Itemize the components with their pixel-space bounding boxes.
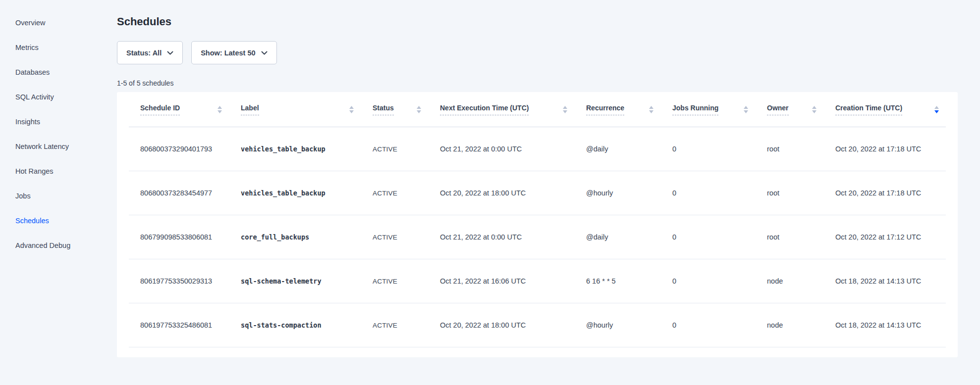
filter-bar: Status: All Show: Latest 50 (117, 41, 958, 64)
column-header-owner[interactable]: Owner (767, 92, 835, 127)
sidebar-item-overview[interactable]: Overview (15, 10, 117, 35)
column-header-status[interactable]: Status (373, 92, 440, 127)
sidebar-item-jobs[interactable]: Jobs (15, 184, 117, 208)
schedules-table-body: 806800373290401793vehicles_table_backupA… (129, 127, 946, 347)
status-filter-label: Status: All (126, 49, 162, 57)
cell-schedule-id[interactable]: 806197753325486081 (129, 303, 241, 347)
cell-recurrence: @daily (586, 215, 672, 259)
cell-owner: node (767, 259, 835, 303)
column-header-creation-time[interactable]: Creation Time (UTC) (835, 92, 946, 127)
sidebar-item-advanced-debug[interactable]: Advanced Debug (15, 233, 117, 258)
sidebar-item-network-latency[interactable]: Network Latency (15, 134, 117, 159)
cell-recurrence: @hourly (586, 171, 672, 215)
cell-creation-time: Oct 20, 2022 at 17:18 UTC (835, 127, 946, 171)
cell-next-execution: Oct 20, 2022 at 18:00 UTC (440, 171, 586, 215)
column-header-label[interactable]: Label (241, 92, 373, 127)
sidebar-item-sql-activity[interactable]: SQL Activity (15, 85, 117, 109)
cell-owner: root (767, 127, 835, 171)
cell-next-execution: Oct 21, 2022 at 0:00 UTC (440, 127, 586, 171)
cell-status: ACTIVE (373, 171, 440, 215)
cell-label: sql-schema-telemetry (241, 259, 373, 303)
sort-icon (744, 106, 748, 113)
status-filter-dropdown[interactable]: Status: All (117, 41, 183, 64)
schedules-table-card: Schedule ID Label Status Next Execution … (117, 92, 958, 357)
sidebar-item-insights[interactable]: Insights (15, 109, 117, 134)
table-header: Schedule ID Label Status Next Execution … (129, 92, 946, 127)
cell-creation-time: Oct 20, 2022 at 17:18 UTC (835, 171, 946, 215)
cell-label: vehicles_table_backup (241, 171, 373, 215)
cell-owner: root (767, 171, 835, 215)
sort-icon (649, 106, 653, 113)
app-window: Overview Metrics Databases SQL Activity … (0, 0, 980, 385)
cell-status: ACTIVE (373, 127, 440, 171)
cell-schedule-id[interactable]: 806800373290401793 (129, 127, 241, 171)
cell-schedule-id[interactable]: 806799098533806081 (129, 215, 241, 259)
cell-label: vehicles_table_backup (241, 127, 373, 171)
cell-label: sql-stats-compaction (241, 303, 373, 347)
cell-next-execution: Oct 21, 2022 at 16:06 UTC (440, 259, 586, 303)
cell-jobs-running: 0 (672, 303, 767, 347)
column-header-schedule-id[interactable]: Schedule ID (129, 92, 241, 127)
cell-status: ACTIVE (373, 303, 440, 347)
cell-schedule-id[interactable]: 806197753350029313 (129, 259, 241, 303)
cell-schedule-id[interactable]: 806800373283454977 (129, 171, 241, 215)
column-header-recurrence[interactable]: Recurrence (586, 92, 672, 127)
main-content: Schedules Status: All Show: Latest 50 1-… (117, 0, 980, 385)
chevron-down-icon (261, 51, 268, 55)
sidebar-item-schedules[interactable]: Schedules (15, 208, 117, 233)
chevron-down-icon (167, 51, 173, 55)
sort-icon (812, 106, 817, 113)
schedules-table: Schedule ID Label Status Next Execution … (129, 92, 946, 347)
sidebar: Overview Metrics Databases SQL Activity … (0, 0, 117, 385)
sort-icon (218, 106, 222, 113)
sort-icon (934, 106, 939, 113)
cell-next-execution: Oct 20, 2022 at 18:00 UTC (440, 303, 586, 347)
cell-next-execution: Oct 21, 2022 at 0:00 UTC (440, 215, 586, 259)
column-header-jobs-running[interactable]: Jobs Running (672, 92, 767, 127)
table-row[interactable]: 806800373283454977vehicles_table_backupA… (129, 171, 946, 215)
cell-status: ACTIVE (373, 259, 440, 303)
cell-recurrence: @hourly (586, 303, 672, 347)
show-filter-label: Show: Latest 50 (201, 49, 255, 57)
cell-jobs-running: 0 (672, 215, 767, 259)
sort-icon (417, 106, 421, 113)
sidebar-item-hot-ranges[interactable]: Hot Ranges (15, 159, 117, 184)
sort-icon (349, 106, 354, 113)
results-count: 1-5 of 5 schedules (117, 79, 958, 88)
sort-icon (563, 106, 567, 113)
cell-jobs-running: 0 (672, 127, 767, 171)
table-row[interactable]: 806197753350029313sql-schema-telemetryAC… (129, 259, 946, 303)
sidebar-item-metrics[interactable]: Metrics (15, 35, 117, 60)
table-row[interactable]: 806197753325486081sql-stats-compactionAC… (129, 303, 946, 347)
sidebar-item-databases[interactable]: Databases (15, 60, 117, 85)
cell-owner: node (767, 303, 835, 347)
table-row[interactable]: 806799098533806081core_full_backupsACTIV… (129, 215, 946, 259)
table-row[interactable]: 806800373290401793vehicles_table_backupA… (129, 127, 946, 171)
cell-creation-time: Oct 18, 2022 at 14:13 UTC (835, 303, 946, 347)
page-title: Schedules (117, 15, 958, 28)
show-filter-dropdown[interactable]: Show: Latest 50 (191, 41, 276, 64)
cell-creation-time: Oct 18, 2022 at 14:13 UTC (835, 259, 946, 303)
cell-status: ACTIVE (373, 215, 440, 259)
cell-jobs-running: 0 (672, 259, 767, 303)
cell-recurrence: @daily (586, 127, 672, 171)
cell-label: core_full_backups (241, 215, 373, 259)
cell-recurrence: 6 16 * * 5 (586, 259, 672, 303)
cell-owner: root (767, 215, 835, 259)
cell-creation-time: Oct 20, 2022 at 17:12 UTC (835, 215, 946, 259)
cell-jobs-running: 0 (672, 171, 767, 215)
column-header-next-execution-time[interactable]: Next Execution Time (UTC) (440, 92, 586, 127)
